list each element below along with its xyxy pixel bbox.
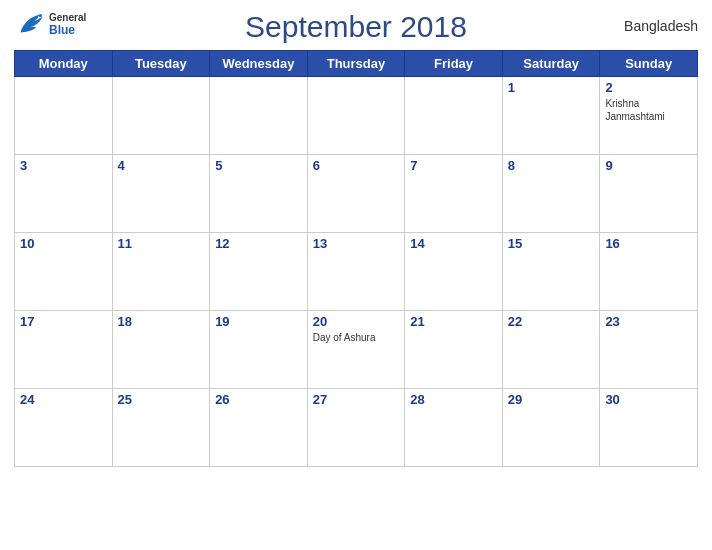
day-number: 20 (313, 314, 400, 329)
day-number: 11 (118, 236, 205, 251)
day-number: 5 (215, 158, 302, 173)
day-number: 21 (410, 314, 497, 329)
day-number: 27 (313, 392, 400, 407)
day-number: 17 (20, 314, 107, 329)
day-cell: 18 (112, 311, 210, 389)
day-number: 14 (410, 236, 497, 251)
country-name: Bangladesh (624, 18, 698, 34)
day-cell: 1 (502, 77, 600, 155)
day-number: 28 (410, 392, 497, 407)
day-cell (15, 77, 113, 155)
day-cell: 10 (15, 233, 113, 311)
day-cell: 14 (405, 233, 503, 311)
weekday-header-thursday: Thursday (307, 51, 405, 77)
day-cell: 6 (307, 155, 405, 233)
day-number: 25 (118, 392, 205, 407)
week-row-5: 24252627282930 (15, 389, 698, 467)
calendar-header: General Blue September 2018 Bangladesh (14, 10, 698, 44)
day-cell: 5 (210, 155, 308, 233)
day-number: 12 (215, 236, 302, 251)
day-number: 2 (605, 80, 692, 95)
week-row-2: 3456789 (15, 155, 698, 233)
day-number: 19 (215, 314, 302, 329)
day-number: 13 (313, 236, 400, 251)
month-title: September 2018 (14, 10, 698, 44)
day-cell: 21 (405, 311, 503, 389)
day-number: 26 (215, 392, 302, 407)
logo-bird-icon (14, 10, 46, 38)
day-number: 29 (508, 392, 595, 407)
day-number: 7 (410, 158, 497, 173)
day-cell: 12 (210, 233, 308, 311)
day-cell: 4 (112, 155, 210, 233)
day-cell (112, 77, 210, 155)
day-cell: 17 (15, 311, 113, 389)
day-cell: 3 (15, 155, 113, 233)
day-cell: 19 (210, 311, 308, 389)
weekday-header-friday: Friday (405, 51, 503, 77)
day-number: 24 (20, 392, 107, 407)
day-number: 6 (313, 158, 400, 173)
day-cell: 25 (112, 389, 210, 467)
day-number: 4 (118, 158, 205, 173)
day-cell: 24 (15, 389, 113, 467)
day-number: 8 (508, 158, 595, 173)
day-number: 16 (605, 236, 692, 251)
day-cell: 15 (502, 233, 600, 311)
day-cell: 26 (210, 389, 308, 467)
day-cell: 11 (112, 233, 210, 311)
day-cell (405, 77, 503, 155)
day-cell: 2Krishna Janmashtami (600, 77, 698, 155)
day-cell: 9 (600, 155, 698, 233)
week-row-3: 10111213141516 (15, 233, 698, 311)
day-number: 3 (20, 158, 107, 173)
logo-blue-text: Blue (49, 23, 86, 37)
calendar-wrapper: General Blue September 2018 Bangladesh M… (0, 0, 712, 550)
logo-label: General Blue (49, 12, 86, 37)
day-number: 15 (508, 236, 595, 251)
holiday-text: Krishna Janmashtami (605, 97, 692, 123)
week-row-4: 17181920Day of Ashura212223 (15, 311, 698, 389)
day-cell: 27 (307, 389, 405, 467)
day-number: 30 (605, 392, 692, 407)
day-cell: 30 (600, 389, 698, 467)
day-cell: 22 (502, 311, 600, 389)
week-row-1: 12Krishna Janmashtami (15, 77, 698, 155)
day-number: 18 (118, 314, 205, 329)
day-number: 9 (605, 158, 692, 173)
day-cell: 28 (405, 389, 503, 467)
day-cell: 16 (600, 233, 698, 311)
logo-general-text: General (49, 12, 86, 23)
holiday-text: Day of Ashura (313, 331, 400, 344)
logo-area: General Blue (14, 10, 86, 38)
weekday-header-wednesday: Wednesday (210, 51, 308, 77)
day-cell: 20Day of Ashura (307, 311, 405, 389)
svg-point-0 (39, 14, 42, 17)
calendar-table: MondayTuesdayWednesdayThursdayFridaySatu… (14, 50, 698, 467)
day-number: 10 (20, 236, 107, 251)
day-cell: 23 (600, 311, 698, 389)
day-number: 23 (605, 314, 692, 329)
day-cell: 13 (307, 233, 405, 311)
day-cell (210, 77, 308, 155)
day-cell: 29 (502, 389, 600, 467)
weekday-header-row: MondayTuesdayWednesdayThursdayFridaySatu… (15, 51, 698, 77)
day-number: 1 (508, 80, 595, 95)
day-cell (307, 77, 405, 155)
weekday-header-monday: Monday (15, 51, 113, 77)
day-cell: 7 (405, 155, 503, 233)
weekday-header-tuesday: Tuesday (112, 51, 210, 77)
day-number: 22 (508, 314, 595, 329)
day-cell: 8 (502, 155, 600, 233)
weekday-header-sunday: Sunday (600, 51, 698, 77)
logo-container: General Blue (14, 10, 86, 38)
weekday-header-saturday: Saturday (502, 51, 600, 77)
